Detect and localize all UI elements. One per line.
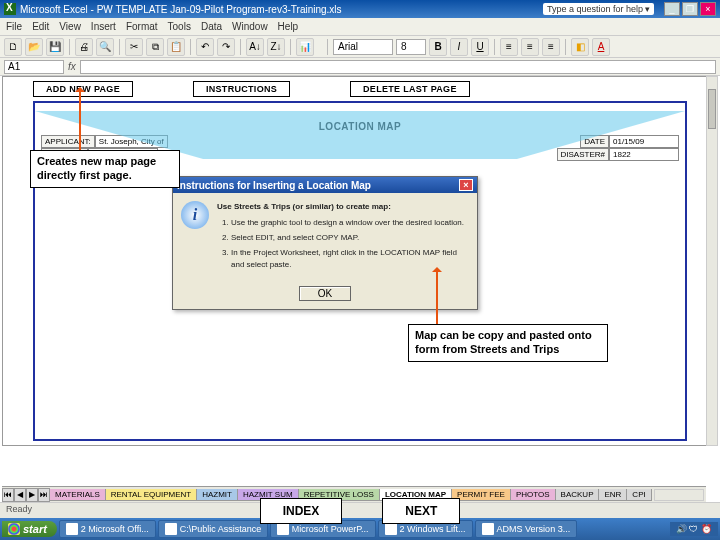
system-tray[interactable]: 🔊 🛡 ⏰ xyxy=(670,522,718,536)
instructions-dialog: Instructions for Inserting a Location Ma… xyxy=(172,176,478,310)
menu-window[interactable]: Window xyxy=(232,21,268,32)
copy-icon[interactable]: ⧉ xyxy=(146,38,164,56)
instructions-button[interactable]: INSTRUCTIONS xyxy=(193,81,290,97)
menu-data[interactable]: Data xyxy=(201,21,222,32)
chart-icon[interactable]: 📊 xyxy=(296,38,314,56)
help-question-box[interactable]: Type a question for help ▾ xyxy=(543,3,654,15)
italic-icon[interactable]: I xyxy=(450,38,468,56)
align-center-icon[interactable]: ≡ xyxy=(521,38,539,56)
dialog-close-button[interactable]: × xyxy=(459,179,473,191)
font-selector[interactable]: Arial xyxy=(333,39,393,55)
preview-icon[interactable]: 🔍 xyxy=(96,38,114,56)
align-right-icon[interactable]: ≡ xyxy=(542,38,560,56)
menubar: File Edit View Insert Format Tools Data … xyxy=(0,18,720,36)
redo-icon[interactable]: ↷ xyxy=(217,38,235,56)
print-icon[interactable]: 🖨 xyxy=(75,38,93,56)
label-applicant: APPLICANT: xyxy=(41,135,95,148)
align-left-icon[interactable]: ≡ xyxy=(500,38,518,56)
maximize-button[interactable]: ❐ xyxy=(682,2,698,16)
callout-arrow-1 xyxy=(79,88,81,150)
window-title: Microsoft Excel - PW TEMPLATE Jan-09-Pil… xyxy=(20,4,543,15)
sort-desc-icon[interactable]: Z↓ xyxy=(267,38,285,56)
vertical-scrollbar[interactable] xyxy=(706,76,718,446)
menu-file[interactable]: File xyxy=(6,21,22,32)
minimize-button[interactable]: _ xyxy=(664,2,680,16)
dialog-title-text: Instructions for Inserting a Location Ma… xyxy=(177,180,371,191)
menu-help[interactable]: Help xyxy=(278,21,299,32)
menu-view[interactable]: View xyxy=(59,21,81,32)
font-color-icon[interactable]: A xyxy=(592,38,610,56)
open-icon[interactable]: 📂 xyxy=(25,38,43,56)
paste-icon[interactable]: 📋 xyxy=(167,38,185,56)
menu-edit[interactable]: Edit xyxy=(32,21,49,32)
save-icon[interactable]: 💾 xyxy=(46,38,64,56)
sort-asc-icon[interactable]: A↓ xyxy=(246,38,264,56)
dialog-ok-button[interactable]: OK xyxy=(299,286,351,301)
value-disaster[interactable]: 1822 xyxy=(609,148,679,161)
callout-copy-paste: Map can be copy and pasted onto form fro… xyxy=(408,324,608,362)
callout-add-page: Creates new map page directly first page… xyxy=(30,150,180,188)
value-date[interactable]: 01/15/09 xyxy=(609,135,679,148)
next-button[interactable]: NEXT xyxy=(382,498,460,524)
callout-arrow-2 xyxy=(436,268,438,326)
form-header: LOCATION MAP xyxy=(35,103,685,135)
label-date: DATE xyxy=(580,135,609,148)
standard-toolbar: 🗋 📂 💾 🖨 🔍 ✂ ⧉ 📋 ↶ ↷ A↓ Z↓ 📊 Arial 8 B I … xyxy=(0,36,720,58)
name-box[interactable]: A1 xyxy=(4,60,64,74)
value-applicant[interactable]: St. Joseph, City of xyxy=(95,135,168,148)
font-size-selector[interactable]: 8 xyxy=(396,39,426,55)
menu-tools[interactable]: Tools xyxy=(168,21,191,32)
formula-bar: A1 fx xyxy=(0,58,720,76)
window-titlebar: Microsoft Excel - PW TEMPLATE Jan-09-Pil… xyxy=(0,0,720,18)
underline-icon[interactable]: U xyxy=(471,38,489,56)
undo-icon[interactable]: ↶ xyxy=(196,38,214,56)
fill-color-icon[interactable]: ◧ xyxy=(571,38,589,56)
delete-last-page-button[interactable]: DELETE LAST PAGE xyxy=(350,81,470,97)
fx-icon[interactable]: fx xyxy=(68,61,76,72)
menu-format[interactable]: Format xyxy=(126,21,158,32)
close-button[interactable]: × xyxy=(700,2,716,16)
excel-icon xyxy=(4,3,16,15)
label-disaster: DISASTER# xyxy=(557,148,609,161)
info-icon: i xyxy=(181,201,209,229)
bold-icon[interactable]: B xyxy=(429,38,447,56)
index-button[interactable]: INDEX xyxy=(260,498,343,524)
cut-icon[interactable]: ✂ xyxy=(125,38,143,56)
dialog-titlebar[interactable]: Instructions for Inserting a Location Ma… xyxy=(173,177,477,193)
slide-nav: INDEX NEXT xyxy=(0,498,720,524)
menu-insert[interactable]: Insert xyxy=(91,21,116,32)
formula-input[interactable] xyxy=(80,60,716,74)
new-icon[interactable]: 🗋 xyxy=(4,38,22,56)
